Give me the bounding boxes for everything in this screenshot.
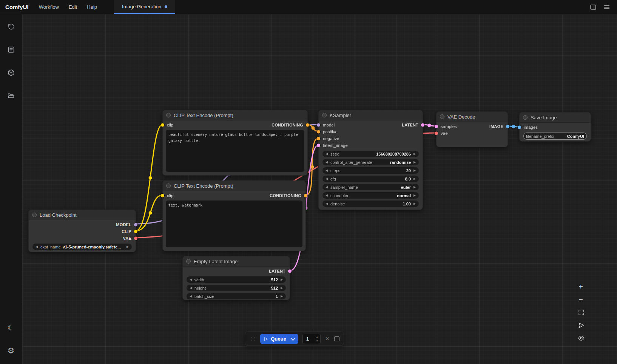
select-cursor-icon[interactable] bbox=[575, 320, 586, 330]
widget-height[interactable]: ◀ height 512 ▶ bbox=[187, 285, 286, 291]
decrement-arrow-icon[interactable]: ◀ bbox=[325, 152, 329, 156]
widget-scheduler[interactable]: ◀ scheduler normal ▶ bbox=[322, 192, 419, 199]
decrement-arrow-icon[interactable]: ◀ bbox=[189, 278, 193, 281]
node-header[interactable]: Empty Latent Image bbox=[183, 256, 290, 267]
widget-width[interactable]: ◀ width 512 ▶ bbox=[187, 276, 286, 283]
port-vae-input[interactable] bbox=[435, 132, 438, 135]
port-conditioning-output[interactable] bbox=[304, 194, 307, 197]
increment-arrow-icon[interactable]: ▶ bbox=[413, 152, 416, 156]
widget-steps[interactable]: ◀ steps 20 ▶ bbox=[322, 167, 419, 174]
port-conditioning-output[interactable] bbox=[306, 123, 309, 127]
clear-queue-icon[interactable]: × bbox=[325, 335, 330, 342]
theme-moon-icon[interactable]: ☾ bbox=[4, 321, 18, 335]
menu-help[interactable]: Help bbox=[82, 0, 102, 14]
tab-image-generation[interactable]: Image Generation bbox=[114, 0, 175, 14]
decrement-arrow-icon[interactable]: ◀ bbox=[325, 202, 329, 205]
decrement-arrow-icon[interactable]: ◀ bbox=[35, 245, 39, 248]
stop-icon[interactable] bbox=[334, 336, 339, 341]
queue-button[interactable]: ▷ Queue bbox=[260, 334, 298, 344]
port-latent-image-input[interactable] bbox=[317, 144, 320, 147]
port-clip-input[interactable] bbox=[161, 123, 164, 127]
model-library-cube-icon[interactable] bbox=[4, 65, 18, 80]
increment-arrow-icon[interactable]: ▶ bbox=[413, 160, 416, 164]
increment-arrow-icon[interactable]: ▶ bbox=[280, 278, 284, 281]
port-model-input[interactable] bbox=[317, 123, 320, 127]
fit-view-icon[interactable] bbox=[575, 307, 586, 318]
node-vae-decode[interactable]: VAE Decode samples IMAGE vae bbox=[436, 111, 508, 147]
port-latent-output[interactable] bbox=[421, 123, 424, 127]
node-ksampler[interactable]: KSampler model LATENT positive negative … bbox=[318, 110, 423, 210]
increment-arrow-icon[interactable]: ▶ bbox=[280, 286, 284, 290]
menu-workflow[interactable]: Workflow bbox=[34, 0, 64, 14]
widget-seed[interactable]: ◀ seed 156680208700286 ▶ bbox=[322, 151, 419, 157]
node-header[interactable]: CLIP Text Encode (Prompt) bbox=[163, 110, 307, 120]
decrement-arrow-icon[interactable]: ◀ bbox=[325, 169, 329, 172]
batch-count-value[interactable]: 1 bbox=[303, 336, 314, 342]
decrement-arrow-icon[interactable]: ◀ bbox=[325, 160, 329, 164]
positive-prompt-textarea[interactable]: beautiful scenery nature glass bottle la… bbox=[166, 130, 304, 172]
decrement-arrow-icon[interactable]: ◀ bbox=[189, 295, 193, 298]
collapse-dot-icon[interactable] bbox=[523, 115, 528, 120]
increment-arrow-icon[interactable]: ▶ bbox=[413, 169, 416, 172]
node-header[interactable]: VAE Decode bbox=[437, 112, 507, 122]
decrement-arrow-icon[interactable]: ◀ bbox=[189, 286, 193, 290]
decrement-arrow-icon[interactable]: ◀ bbox=[325, 185, 329, 189]
decrement-arrow-icon[interactable]: ◀ bbox=[325, 194, 329, 197]
node-header[interactable]: Load Checkpoint bbox=[29, 210, 136, 220]
port-samples-input[interactable] bbox=[435, 125, 438, 128]
workflows-folder-icon[interactable] bbox=[4, 88, 18, 103]
hamburger-menu-icon[interactable] bbox=[601, 2, 612, 12]
port-positive-input[interactable] bbox=[317, 130, 320, 134]
port-negative-input[interactable] bbox=[317, 137, 320, 140]
port-image-output[interactable] bbox=[506, 125, 509, 128]
increment-arrow-icon[interactable]: ▶ bbox=[413, 194, 416, 197]
node-empty-latent-image[interactable]: Empty Latent Image LATENT ◀ width 512 ▶ … bbox=[182, 256, 290, 300]
increment-arrow-icon[interactable]: ▶ bbox=[280, 295, 284, 298]
increment-arrow-icon[interactable]: ▶ bbox=[413, 177, 416, 180]
batch-count-input[interactable]: 1 ▴ ▾ bbox=[302, 334, 321, 344]
node-header[interactable]: Save Image bbox=[520, 113, 591, 123]
negative-prompt-textarea[interactable]: text, watermark bbox=[166, 201, 302, 247]
widget-batch-size[interactable]: ◀ batch_size 1 ▶ bbox=[187, 293, 286, 299]
queue-options-chevron-icon[interactable] bbox=[290, 336, 295, 341]
node-graph-canvas[interactable]: Load Checkpoint MODEL CLIP VAE ◀ ckpt_na… bbox=[22, 14, 617, 364]
toggle-panel-icon[interactable] bbox=[588, 2, 599, 12]
widget-cfg[interactable]: ◀ cfg 8.0 ▶ bbox=[322, 176, 419, 182]
widget-ckpt-name[interactable]: ◀ ckpt_name v1-5-pruned-emaonly.safete..… bbox=[32, 244, 132, 250]
zoom-out-icon[interactable]: − bbox=[575, 294, 586, 305]
collapse-dot-icon[interactable] bbox=[166, 113, 171, 117]
zoom-in-icon[interactable]: + bbox=[575, 281, 586, 292]
widget-control-after-generate[interactable]: ◀ control_after_generate randomize ▶ bbox=[322, 159, 419, 165]
port-latent-output[interactable] bbox=[288, 270, 292, 273]
node-clip-text-encode-positive[interactable]: CLIP Text Encode (Prompt) clip CONDITION… bbox=[162, 110, 308, 176]
spin-up-icon[interactable]: ▴ bbox=[314, 335, 320, 339]
node-header[interactable]: CLIP Text Encode (Prompt) bbox=[163, 181, 305, 191]
queue-list-icon[interactable] bbox=[4, 42, 18, 57]
increment-arrow-icon[interactable]: ▶ bbox=[413, 185, 416, 189]
port-vae-output[interactable] bbox=[134, 237, 137, 240]
widget-filename-prefix[interactable]: filename_prefix ComfyUI bbox=[523, 133, 587, 140]
widget-sampler-name[interactable]: ◀ sampler_name euler ▶ bbox=[322, 184, 419, 190]
port-clip-input[interactable] bbox=[161, 194, 164, 197]
collapse-dot-icon[interactable] bbox=[440, 114, 444, 119]
widget-denoise[interactable]: ◀ denoise 1.00 ▶ bbox=[322, 201, 419, 207]
toggle-link-visibility-eye-icon[interactable] bbox=[575, 333, 586, 343]
drag-handle-icon[interactable]: ⋮⋮ bbox=[249, 336, 256, 341]
increment-arrow-icon[interactable]: ▶ bbox=[413, 202, 416, 205]
spin-down-icon[interactable]: ▾ bbox=[314, 339, 320, 343]
port-clip-output[interactable] bbox=[134, 230, 137, 233]
collapse-dot-icon[interactable] bbox=[32, 213, 37, 217]
node-load-checkpoint[interactable]: Load Checkpoint MODEL CLIP VAE ◀ ckpt_na… bbox=[28, 210, 136, 252]
node-clip-text-encode-negative[interactable]: CLIP Text Encode (Prompt) clip CONDITION… bbox=[162, 180, 306, 251]
collapse-dot-icon[interactable] bbox=[166, 184, 171, 188]
port-model-output[interactable] bbox=[134, 223, 137, 227]
node-save-image[interactable]: Save Image images filename_prefix ComfyU… bbox=[519, 112, 591, 142]
node-header[interactable]: KSampler bbox=[319, 110, 423, 120]
history-icon[interactable] bbox=[4, 19, 18, 34]
menu-edit[interactable]: Edit bbox=[64, 0, 82, 14]
collapse-dot-icon[interactable] bbox=[186, 259, 191, 264]
decrement-arrow-icon[interactable]: ◀ bbox=[325, 177, 329, 180]
port-images-input[interactable] bbox=[518, 126, 521, 129]
settings-gear-icon[interactable]: ⚙ bbox=[4, 344, 18, 358]
collapse-dot-icon[interactable] bbox=[322, 113, 327, 117]
